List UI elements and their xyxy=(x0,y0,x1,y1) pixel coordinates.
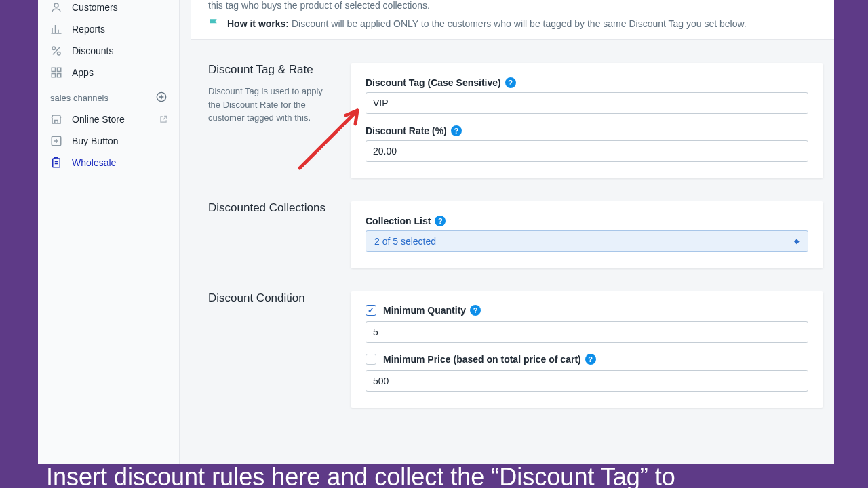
section-left: Discounted Collections xyxy=(208,201,351,268)
add-channel-icon[interactable] xyxy=(156,92,167,104)
section-left: Discount Tag & Rate Discount Tag is used… xyxy=(208,63,351,178)
section-title: Discounted Collections xyxy=(208,201,337,215)
sidebar-item-apps[interactable]: Apps xyxy=(38,62,179,83)
section-discounted-collections: Discounted Collections Collection List ?… xyxy=(180,178,834,268)
discount-rate-input[interactable] xyxy=(366,140,808,162)
discount-rate-label: Discount Rate (%) ? xyxy=(366,125,462,136)
section-left: Discount Condition xyxy=(208,291,351,408)
card-discounted-collections: Collection List ? 2 of 5 selected ◆ xyxy=(351,201,823,268)
section-discount-tag-rate: Discount Tag & Rate Discount Tag is used… xyxy=(180,40,834,178)
discount-tag-label: Discount Tag (Case Sensitive) ? xyxy=(366,77,516,88)
channel-online-store[interactable]: Online Store xyxy=(38,108,179,130)
section-title: Discount Tag & Rate xyxy=(208,63,337,77)
section-title: Discount Condition xyxy=(208,291,337,305)
channel-buy-button[interactable]: Buy Button xyxy=(38,130,179,152)
svg-point-1 xyxy=(52,47,56,50)
sidebar-item-reports[interactable]: Reports xyxy=(38,18,179,40)
how-label: How it works: xyxy=(227,18,289,29)
card-discount-condition: Minimum Quantity ? Minimum Price (based … xyxy=(351,291,823,408)
grid-icon xyxy=(50,66,62,79)
help-icon[interactable]: ? xyxy=(470,305,481,316)
help-icon[interactable]: ? xyxy=(451,125,462,136)
sidebar-label: Wholesale xyxy=(72,157,116,168)
card-discount-tag-rate: Discount Tag (Case Sensitive) ? Discount… xyxy=(351,63,823,178)
collection-list-select[interactable]: 2 of 5 selected ◆ xyxy=(366,230,808,252)
min-price-label: Minimum Price (based on total price of c… xyxy=(383,354,596,365)
content-area: this tag who buys the product of selecte… xyxy=(180,0,834,464)
intro-partial-text: this tag who buys the product of selecte… xyxy=(208,0,816,11)
sales-channels-label: sales channels xyxy=(50,93,108,103)
min-price-row: Minimum Price (based on total price of c… xyxy=(366,354,808,365)
min-qty-checkbox[interactable] xyxy=(366,305,376,316)
clipboard-icon xyxy=(50,157,62,169)
flag-icon xyxy=(208,18,220,30)
sidebar-label: Reports xyxy=(72,24,105,35)
chevron-down-icon: ◆ xyxy=(794,237,800,245)
sidebar-label: Apps xyxy=(72,67,94,78)
intro-box: this tag who buys the product of selecte… xyxy=(191,0,834,40)
how-it-works-row: How it works: Discount will be applied O… xyxy=(208,18,816,30)
help-icon[interactable]: ? xyxy=(505,77,516,88)
sidebar-label: Online Store xyxy=(72,114,125,125)
svg-rect-4 xyxy=(58,68,61,71)
section-subtitle: Discount Tag is used to apply the Discou… xyxy=(208,85,337,125)
collection-list-label: Collection List ? xyxy=(366,216,446,226)
store-icon xyxy=(50,113,62,125)
svg-rect-5 xyxy=(52,74,55,77)
how-desc: Discount will be applied ONLY to the cus… xyxy=(292,18,747,29)
min-qty-label: Minimum Quantity ? xyxy=(383,305,481,316)
channel-wholesale[interactable]: Wholesale xyxy=(38,152,179,174)
min-qty-input[interactable] xyxy=(366,321,808,343)
external-link-icon[interactable] xyxy=(159,115,168,124)
user-icon xyxy=(50,1,62,14)
sidebar-label: Discounts xyxy=(72,45,113,56)
help-icon[interactable]: ? xyxy=(435,216,446,226)
sidebar-label: Customers xyxy=(72,2,118,13)
how-it-works-text: How it works: Discount will be applied O… xyxy=(227,18,747,29)
sidebar-item-customers[interactable]: Customers xyxy=(38,0,179,18)
min-price-input[interactable] xyxy=(366,370,808,392)
svg-point-2 xyxy=(58,52,61,56)
svg-point-0 xyxy=(54,3,58,7)
min-qty-row: Minimum Quantity ? xyxy=(366,305,808,316)
sidebar: Customers Reports Discounts Apps sales c… xyxy=(38,0,180,464)
sales-channels-heading: sales channels xyxy=(38,83,179,108)
app-window: Customers Reports Discounts Apps sales c… xyxy=(38,0,834,464)
sidebar-item-discounts[interactable]: Discounts xyxy=(38,40,179,62)
percent-icon xyxy=(50,45,62,57)
svg-rect-9 xyxy=(53,159,60,167)
bar-chart-icon xyxy=(50,23,62,35)
discount-tag-input[interactable] xyxy=(366,92,808,114)
svg-rect-6 xyxy=(58,74,61,77)
sidebar-label: Buy Button xyxy=(72,136,119,146)
caption-banner: Insert discount rules here and collect t… xyxy=(38,461,834,488)
min-price-checkbox[interactable] xyxy=(366,354,376,365)
plus-square-icon xyxy=(50,135,62,147)
select-value: 2 of 5 selected xyxy=(374,236,436,247)
svg-rect-3 xyxy=(52,68,55,71)
section-discount-condition: Discount Condition Minimum Quantity ? Mi… xyxy=(180,268,834,408)
help-icon[interactable]: ? xyxy=(585,354,596,365)
